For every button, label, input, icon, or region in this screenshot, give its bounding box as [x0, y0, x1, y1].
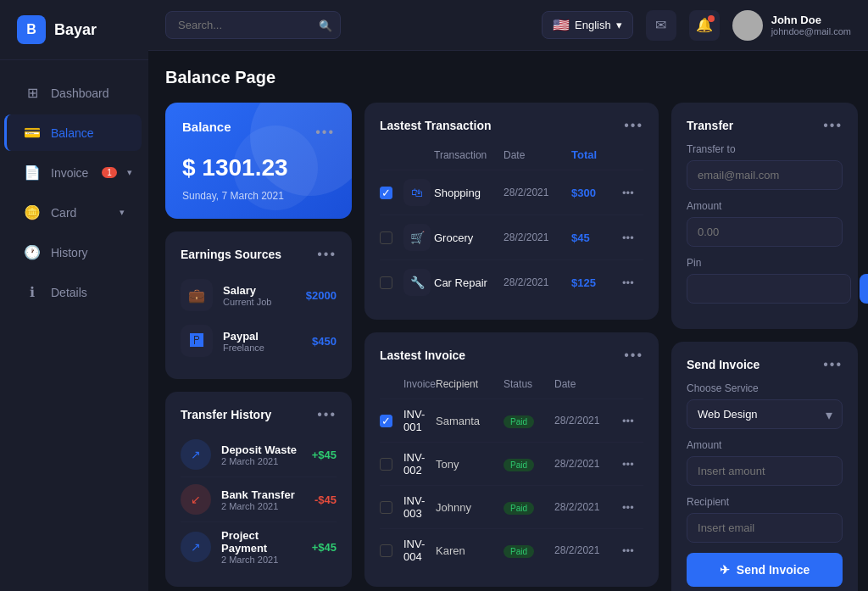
sidebar-nav: ⊞ Dashboard 💳 Balance 📄 Invoice 1 ▾ 🪙 Ca… [0, 60, 148, 591]
inv1-action[interactable]: ••• [622, 415, 643, 427]
sidebar-item-dashboard[interactable]: ⊞ Dashboard [7, 75, 142, 111]
inv4-checkbox[interactable] [380, 544, 392, 557]
sidebar-item-details[interactable]: ℹ Details [7, 274, 142, 310]
row2-total: $45 [571, 231, 622, 244]
recipient-input[interactable] [687, 513, 843, 543]
inv4-date: 28/2/2021 [554, 544, 622, 556]
project-info: Project Payment 2 March 2021 [221, 529, 302, 565]
inv3-checkbox[interactable] [380, 501, 392, 514]
search-box: 🔍 [165, 11, 341, 39]
sidebar-label-invoice: Invoice [51, 166, 88, 180]
service-select[interactable]: Web Design [687, 399, 843, 429]
row2-action[interactable]: ••• [622, 231, 643, 244]
inv3-action[interactable]: ••• [622, 501, 643, 514]
project-amount: +$45 [312, 541, 337, 554]
deposit-amount: +$45 [312, 449, 337, 461]
inv2-status: Paid [504, 458, 554, 471]
inv4-check[interactable] [380, 544, 403, 557]
row1-date: 28/2/2021 [504, 187, 571, 198]
balance-card: Balance ••• $ 1301.23 Sunday, 7 March 20… [165, 103, 352, 219]
row2-name: Grocery [434, 231, 504, 244]
balance-card-header: Balance ••• [182, 120, 335, 144]
amount-input[interactable] [687, 217, 843, 247]
inv-recipient-col-header: Recipient [436, 378, 504, 390]
row3-action[interactable]: ••• [622, 276, 643, 289]
row2-check[interactable] [380, 231, 403, 244]
transaction-table-header: Transaction Date Total [380, 143, 643, 170]
language-button[interactable]: 🇺🇸 English ▾ [542, 11, 633, 39]
search-input[interactable] [165, 11, 341, 39]
earnings-menu-button[interactable]: ••• [317, 247, 337, 262]
send-invoice-menu-button[interactable]: ••• [823, 357, 843, 372]
inv1-id: INV-001 [403, 408, 436, 433]
inv2-date: 28/2/2021 [554, 458, 622, 470]
balance-menu-button[interactable]: ••• [315, 125, 335, 140]
sidebar-item-card[interactable]: 🪙 Card ▾ [7, 194, 142, 231]
sidebar-label-dashboard: Dashboard [51, 86, 109, 100]
inv-id-col-header: Invoice [403, 378, 436, 390]
lang-chevron-icon: ▾ [616, 19, 622, 31]
latest-transaction-card: Lastest Transaction ••• Transaction Date… [364, 103, 659, 320]
table-row: 🔧 Car Repair 28/2/2021 $125 ••• [380, 260, 643, 304]
inv4-status: Paid [504, 544, 554, 557]
service-value: Web Design [698, 408, 758, 421]
transfer-form-menu-button[interactable]: ••• [823, 118, 843, 133]
inv1-check[interactable]: ✓ [380, 415, 403, 427]
inv3-check[interactable] [380, 501, 403, 514]
status-badge: Paid [504, 459, 534, 471]
transfer-history-card: Transfer History ••• ↗ Deposit Waste 2 M… [165, 392, 352, 587]
row1-check[interactable]: ✓ [380, 187, 403, 199]
user-info: John Doe johndoe@mail.com [732, 10, 851, 41]
mail-icon: ✉ [655, 17, 666, 33]
row1-total: $300 [571, 187, 622, 199]
dashboard-grid: Balance ••• $ 1301.23 Sunday, 7 March 20… [165, 103, 851, 591]
transfer-history-menu-button[interactable]: ••• [317, 407, 337, 422]
sidebar-item-invoice[interactable]: 📄 Invoice 1 ▾ [7, 154, 142, 191]
inv2-action[interactable]: ••• [622, 458, 643, 471]
transfer-to-input[interactable] [687, 160, 843, 190]
inv4-id: INV-004 [403, 538, 436, 563]
pin-input[interactable] [687, 274, 851, 304]
salary-info: Salary Current Job [223, 284, 296, 307]
send-invoice-button[interactable]: ✈ Send Invoice [687, 553, 843, 587]
invoice-amount-input[interactable] [687, 456, 843, 486]
checkbox-grocery[interactable] [380, 231, 392, 244]
inv2-check[interactable] [380, 458, 403, 471]
transaction-menu-button[interactable]: ••• [624, 118, 643, 133]
deposit-name: Deposit Waste [221, 443, 302, 456]
main-area: 🔍 🇺🇸 English ▾ ✉ 🔔 John Doe johndoe@mail… [148, 0, 868, 591]
invoice-row: INV-002 Tony Paid 28/2/2021 ••• [380, 443, 643, 486]
sidebar-item-history[interactable]: 🕐 History [7, 234, 142, 270]
inv4-action[interactable]: ••• [622, 544, 643, 557]
row1-icon: 🛍 [403, 179, 434, 206]
project-name: Project Payment [221, 529, 302, 555]
invoice-icon: 📄 [24, 164, 41, 181]
transfer-form-title: Transfer [687, 119, 733, 132]
salary-name: Salary [223, 284, 296, 297]
sidebar-label-details: Details [51, 286, 87, 299]
messages-button[interactable]: ✉ [646, 10, 676, 41]
inv1-checkbox[interactable]: ✓ [380, 415, 392, 427]
sidebar-item-balance[interactable]: 💳 Balance [4, 114, 142, 151]
transfer-form-card: Transfer ••• Transfer to Amount Pin [671, 103, 858, 329]
row3-check[interactable] [380, 276, 403, 289]
transfer-button[interactable]: Transfer [860, 274, 868, 304]
send-icon: ✈ [720, 563, 730, 577]
inv2-checkbox[interactable] [380, 458, 392, 471]
history-icon: 🕐 [24, 244, 41, 260]
invoice-chevron-icon: ▾ [127, 167, 132, 178]
transfer-history-title: Transfer History [181, 408, 271, 421]
row1-name: Shopping [434, 187, 504, 199]
recipient-label: Recipient [687, 496, 843, 508]
invoice-menu-button[interactable]: ••• [624, 348, 643, 363]
row1-action[interactable]: ••• [622, 187, 643, 199]
notifications-button[interactable]: 🔔 [689, 10, 720, 41]
paypal-name: Paypal [223, 330, 302, 343]
history-item-deposit: ↗ Deposit Waste 2 March 2021 +$45 [181, 432, 337, 477]
invoice-row: ✓ INV-001 Samanta Paid 28/2/2021 ••• [380, 399, 643, 443]
earning-item-salary: 💼 Salary Current Job $2000 [181, 272, 337, 318]
details-icon: ℹ [24, 284, 41, 300]
checkbox-shopping[interactable]: ✓ [380, 187, 392, 199]
checkbox-car-repair[interactable] [380, 276, 392, 289]
page-title: Balance Page [165, 68, 851, 87]
